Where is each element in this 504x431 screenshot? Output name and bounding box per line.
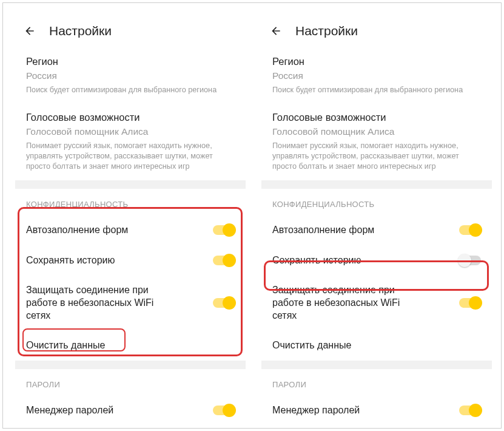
pw-manager-row[interactable]: Менеджер паролей [15,395,246,417]
voice-desc: Понимает русский язык, помогает находить… [272,141,481,174]
region-desc: Поиск будет оптимизирован для выбранного… [26,85,235,98]
titlebar: Настройки [15,14,246,48]
voice-value: Голосовой помощник Алиса [26,126,235,137]
region-item[interactable]: Регион Россия Поиск будет оптимизирован … [15,48,246,104]
clear-data-row[interactable]: Очистить данные [15,330,246,361]
protect-wifi-label: Защищать соединение при работе в небезоп… [272,284,442,322]
pw-manager-toggle[interactable] [213,406,235,415]
voice-desc: Понимает русский язык, помогает находить… [26,141,235,174]
region-value: Россия [26,70,235,81]
protect-wifi-toggle[interactable] [213,298,235,308]
privacy-section: КОНФИДЕНЦИАЛЬНОСТЬ Автозаполнение форм С… [261,189,492,361]
protect-wifi-row[interactable]: Защищать соединение при работе в небезоп… [261,276,492,330]
privacy-header: КОНФИДЕНЦИАЛЬНОСТЬ [261,189,492,215]
save-history-label: Сохранять историю [272,254,392,267]
voice-label: Голосовые возможности [272,110,481,125]
region-item[interactable]: Регион Россия Поиск будет оптимизирован … [261,48,492,104]
privacy-section: КОНФИДЕНЦИАЛЬНОСТЬ Автозаполнение форм С… [15,189,246,361]
passwords-section: ПАРОЛИ Менеджер паролей Список паролей [261,369,492,417]
pw-manager-row[interactable]: Менеджер паролей [261,395,492,417]
autofill-label: Автозаполнение форм [26,224,158,237]
voice-label: Голосовые возможности [26,110,235,125]
settings-screen-right: Настройки Регион Россия Поиск будет опти… [261,14,492,417]
save-history-toggle[interactable] [459,256,481,265]
page-title: Настройки [295,24,358,38]
passwords-header: ПАРОЛИ [261,369,492,395]
clear-data-row[interactable]: Очистить данные [261,330,492,361]
save-history-row[interactable]: Сохранять историю [261,245,492,276]
autofill-row[interactable]: Автозаполнение форм [15,215,246,245]
clear-data-label: Очистить данные [26,339,135,352]
region-value: Россия [272,70,481,81]
pw-manager-label: Менеджер паролей [26,404,144,417]
passwords-header: ПАРОЛИ [15,369,246,395]
protect-wifi-toggle[interactable] [459,298,481,308]
autofill-toggle[interactable] [213,225,235,235]
back-arrow-icon[interactable] [270,25,282,37]
region-label: Регион [272,54,481,69]
protect-wifi-label: Защищать соединение при работе в небезоп… [26,284,196,322]
privacy-header: КОНФИДЕНЦИАЛЬНОСТЬ [15,189,246,215]
autofill-label: Автозаполнение форм [272,224,405,237]
save-history-label: Сохранять историю [26,254,146,267]
voice-item[interactable]: Голосовые возможности Голосовой помощник… [261,104,492,180]
back-arrow-icon[interactable] [24,25,36,37]
save-history-toggle[interactable] [213,256,235,265]
region-desc: Поиск будет оптимизирован для выбранного… [272,85,481,98]
settings-screen-left: Настройки Регион Россия Поиск будет опти… [15,14,246,417]
voice-value: Голосовой помощник Алиса [272,126,481,137]
region-label: Регион [26,54,235,69]
protect-wifi-row[interactable]: Защищать соединение при работе в небезоп… [15,276,246,330]
clear-data-label: Очистить данные [272,339,381,352]
pw-manager-toggle[interactable] [459,406,481,415]
autofill-toggle[interactable] [459,225,481,235]
passwords-section: ПАРОЛИ Менеджер паролей Список паролей [15,369,246,417]
page-title: Настройки [49,24,112,38]
save-history-row[interactable]: Сохранять историю [15,245,246,276]
pw-manager-label: Менеджер паролей [272,404,390,417]
voice-item[interactable]: Голосовые возможности Голосовой помощник… [15,104,246,180]
titlebar: Настройки [261,14,492,48]
autofill-row[interactable]: Автозаполнение форм [261,215,492,245]
